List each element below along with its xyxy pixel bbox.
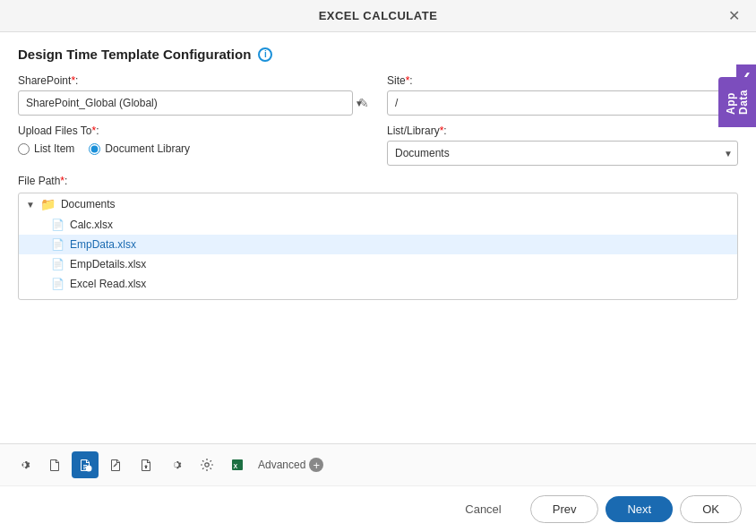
file-path-label: File Path*: <box>18 175 738 187</box>
svg-point-2 <box>205 463 209 467</box>
list-library-field-wrapper: Documents ▼ <box>387 141 738 166</box>
site-col: Site*: / ▼ <box>387 74 738 116</box>
settings1-icon <box>17 458 31 472</box>
toolbar-settings2-button[interactable] <box>163 451 190 478</box>
close-button[interactable]: ✕ <box>723 7 745 25</box>
file-icon-excelread: 📄 <box>51 278 64 290</box>
upload-radio-group: List Item Document Library <box>18 142 369 155</box>
list-library-label: List/Library*: <box>387 124 738 137</box>
list-item-radio[interactable]: List Item <box>18 142 74 155</box>
section-title-text: Design Time Template Configuration <box>18 47 251 62</box>
toolbar: fx <box>0 443 756 485</box>
site-field-wrapper: / ▼ <box>387 90 738 116</box>
dialog-title: EXCEL CALCULATE <box>319 9 438 22</box>
toolbar-file-button[interactable] <box>41 451 68 478</box>
folder-name: Documents <box>61 198 116 210</box>
main-content: Design Time Template Configuration i Sha… <box>0 32 756 443</box>
tree-file-excelread[interactable]: 📄 Excel Read.xlsx <box>19 274 737 294</box>
file-calc-icon: fx <box>78 458 92 472</box>
settings2-icon <box>169 458 184 472</box>
settings3-icon <box>200 458 214 472</box>
ok-button[interactable]: OK <box>680 495 742 523</box>
sharepoint-select[interactable]: SharePoint_Global (Global) <box>18 90 353 116</box>
toolbar-excel-button[interactable]: X <box>224 451 251 478</box>
sharepoint-field-wrapper: SharePoint_Global (Global) ▼ ✎ <box>18 90 369 116</box>
upload-col: Upload Files To*: List Item Document Lib… <box>18 124 369 166</box>
document-library-radio[interactable]: Document Library <box>89 142 190 155</box>
list-item-label: List Item <box>34 142 74 155</box>
sharepoint-edit-icon[interactable]: ✎ <box>358 96 369 110</box>
svg-text:X: X <box>234 463 238 469</box>
sharepoint-col: SharePoint*: SharePoint_Global (Global) … <box>18 74 369 116</box>
file-export-icon <box>139 458 153 472</box>
document-library-label: Document Library <box>105 142 190 155</box>
toolbar-settings3-button[interactable] <box>193 451 220 478</box>
prev-button[interactable]: Prev <box>530 495 599 523</box>
tree-file-empdata[interactable]: 📄 EmpData.xlsx <box>19 235 737 254</box>
upload-label: Upload Files To*: <box>18 124 369 137</box>
expand-icon: ▼ <box>26 200 35 210</box>
site-label: Site*: <box>387 74 738 87</box>
advanced-label: Advanced <box>258 459 305 471</box>
excel-icon: X <box>230 458 245 472</box>
form-row-1: SharePoint*: SharePoint_Global (Global) … <box>18 74 738 116</box>
folder-icon: 📁 <box>40 197 56 211</box>
title-bar: EXCEL CALCULATE ✕ <box>0 0 756 32</box>
info-icon[interactable]: i <box>258 47 272 62</box>
file-document-icon <box>47 458 62 472</box>
file-icon-empdata: 📄 <box>51 238 64 251</box>
file-icon-empdetails: 📄 <box>51 258 64 270</box>
footer: Cancel Prev Next OK <box>0 485 756 532</box>
tree-file-calc[interactable]: 📄 Calc.xlsx <box>19 215 737 235</box>
file-icon-calc: 📄 <box>51 219 64 231</box>
advanced-plus-icon: + <box>309 458 323 472</box>
list-library-col: List/Library*: Documents ▼ <box>387 124 738 166</box>
file-name-empdetails: EmpDetails.xlsx <box>70 258 146 270</box>
advanced-button[interactable]: Advanced + <box>258 458 323 472</box>
cancel-button[interactable]: Cancel <box>443 496 522 522</box>
file-name-calc: Calc.xlsx <box>70 219 113 231</box>
excel-calculate-dialog: EXCEL CALCULATE ✕ ❮ App Data Design Time… <box>0 0 756 532</box>
sharepoint-label: SharePoint*: <box>18 74 369 87</box>
site-select[interactable]: / <box>387 90 738 116</box>
file-edit-icon <box>108 458 123 472</box>
file-name-excelread: Excel Read.xlsx <box>70 278 146 290</box>
tree-folder-documents[interactable]: ▼ 📁 Documents <box>19 193 737 215</box>
list-library-select[interactable]: Documents <box>387 141 738 166</box>
toolbar-file-edit-button[interactable] <box>102 451 129 478</box>
file-tree[interactable]: ▼ 📁 Documents 📄 Calc.xlsx 📄 EmpData.xlsx… <box>18 193 738 300</box>
toolbar-file-calc-button[interactable]: fx <box>72 451 99 478</box>
form-row-2: Upload Files To*: List Item Document Lib… <box>18 124 738 166</box>
section-header: Design Time Template Configuration i <box>18 47 738 62</box>
document-library-radio-input[interactable] <box>89 143 100 155</box>
list-item-radio-input[interactable] <box>18 143 30 155</box>
toolbar-file-export-button[interactable] <box>133 451 159 478</box>
toolbar-settings1-button[interactable] <box>11 451 38 478</box>
app-data-tab[interactable]: App Data <box>718 77 756 127</box>
file-name-empdata: EmpData.xlsx <box>70 238 136 251</box>
tree-file-empdetails[interactable]: 📄 EmpDetails.xlsx <box>19 254 737 274</box>
file-path-section: File Path*: ▼ 📁 Documents 📄 Calc.xlsx 📄 … <box>18 175 738 300</box>
next-button[interactable]: Next <box>606 496 673 522</box>
